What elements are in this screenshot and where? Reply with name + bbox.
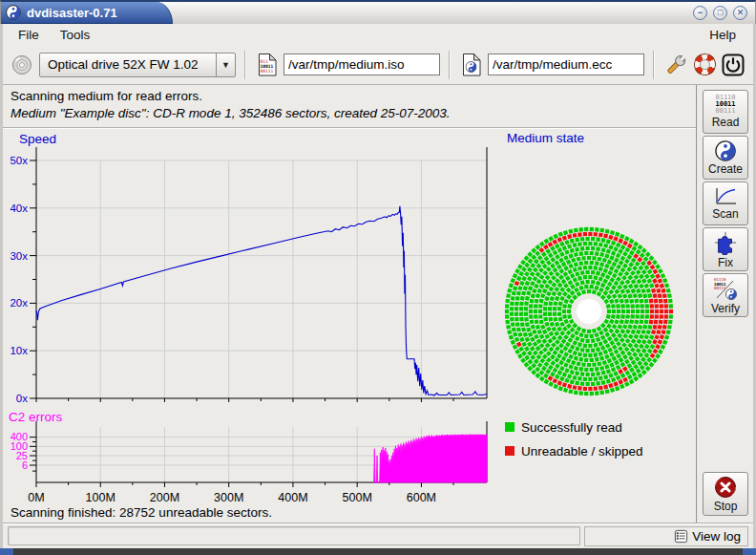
title-bar: dvdisaster-0.71 − □ ✕ bbox=[0, 0, 756, 24]
menu-file[interactable]: File bbox=[12, 27, 45, 43]
read-button-label: Read bbox=[712, 116, 740, 129]
svg-text:400M: 400M bbox=[278, 491, 307, 504]
status-heading-line1: Scanning medium for read errors. bbox=[10, 88, 696, 105]
help-lifebuoy-icon[interactable] bbox=[692, 52, 717, 78]
menu-bar: File Tools Help bbox=[3, 24, 753, 45]
status-heading-line2: Medium "Example disc": CD-R mode 1, 3524… bbox=[10, 105, 696, 122]
stop-button-label: Stop bbox=[714, 500, 738, 513]
binary-icon: 01110 10011 00111 bbox=[715, 95, 735, 115]
verify-button-label: Verify bbox=[711, 302, 740, 315]
statusbar-left-frame bbox=[8, 526, 580, 545]
legend-label-read: Successfully read bbox=[521, 420, 622, 435]
svg-text:300M: 300M bbox=[214, 491, 243, 504]
drive-selector[interactable]: Optical drive 52X FW 1.02 ▼ bbox=[39, 53, 236, 77]
svg-text:500M: 500M bbox=[343, 491, 372, 504]
medium-state-title: Medium state bbox=[507, 131, 584, 145]
quit-power-icon[interactable] bbox=[721, 52, 746, 78]
svg-text:0M: 0M bbox=[28, 491, 44, 504]
app-yinyang-icon bbox=[6, 5, 21, 20]
action-sidebar: 01110 10011 00111 Read Create Scan bbox=[696, 85, 753, 523]
menu-tools[interactable]: Tools bbox=[54, 27, 96, 43]
toolbar-separator bbox=[449, 51, 451, 79]
drive-selector-value: Optical drive 52X FW 1.02 bbox=[40, 57, 216, 72]
maximize-button[interactable]: □ bbox=[713, 6, 727, 20]
svg-text:C2 errors: C2 errors bbox=[9, 410, 63, 424]
title-tab[interactable]: dvdisaster-0.71 bbox=[1, 2, 173, 24]
svg-text:50x: 50x bbox=[10, 155, 28, 166]
status-heading: Scanning medium for read errors. Medium … bbox=[3, 85, 696, 128]
scan-result-status: Scanning finished: 28752 unreadable sect… bbox=[3, 504, 696, 523]
iso-file-icon: 011 10011 00111 bbox=[255, 52, 280, 78]
svg-text:40x: 40x bbox=[10, 203, 28, 214]
yinyang-icon bbox=[715, 140, 736, 161]
stop-button[interactable]: Stop bbox=[703, 472, 748, 516]
green-swatch bbox=[505, 422, 514, 432]
svg-text:100M: 100M bbox=[86, 491, 116, 504]
puzzle-piece-icon bbox=[713, 230, 738, 255]
window-title: dvdisaster-0.71 bbox=[27, 6, 117, 20]
menu-help[interactable]: Help bbox=[704, 27, 742, 43]
create-button[interactable]: Create bbox=[703, 136, 748, 180]
legend-label-unreadable: Unreadable / skipped bbox=[521, 444, 643, 459]
view-log-label: View log bbox=[692, 529, 741, 544]
svg-text:20x: 20x bbox=[10, 297, 28, 309]
toolbar: Optical drive 52X FW 1.02 ▼ 011 10011 00… bbox=[3, 45, 753, 85]
legend-row-read: Successfully read bbox=[505, 419, 643, 435]
fix-button[interactable]: Fix bbox=[703, 227, 748, 271]
chevron-down-icon: ▼ bbox=[216, 53, 235, 76]
ecc-path-input[interactable] bbox=[488, 53, 644, 75]
red-swatch bbox=[505, 446, 514, 456]
verify-icon: 01110 10011 00111 bbox=[713, 276, 738, 301]
svg-text:200M: 200M bbox=[150, 491, 179, 504]
app-window: dvdisaster-0.71 − □ ✕ File Tools Help bbox=[0, 0, 756, 555]
read-button[interactable]: 01110 10011 00111 Read bbox=[703, 90, 748, 134]
preferences-wrench-icon[interactable] bbox=[663, 52, 688, 78]
medium-state-disc bbox=[494, 216, 684, 407]
speed-and-c2-charts: 0x10x20x30x40x50x0M100M200M300M400M500M6… bbox=[3, 128, 499, 504]
svg-text:0x: 0x bbox=[16, 393, 28, 404]
log-icon bbox=[674, 529, 688, 544]
status-bar: View log bbox=[3, 523, 753, 548]
window-bottom-border bbox=[0, 548, 756, 555]
svg-text:30x: 30x bbox=[10, 250, 28, 262]
fix-button-label: Fix bbox=[718, 256, 733, 269]
minimize-button[interactable]: − bbox=[693, 6, 707, 20]
svg-text:10x: 10x bbox=[10, 345, 28, 356]
scan-curve-icon bbox=[713, 186, 738, 206]
stop-icon bbox=[714, 476, 737, 499]
toolbar-separator bbox=[244, 51, 246, 79]
main-area: Scanning medium for read errors. Medium … bbox=[3, 85, 753, 523]
svg-text:600M: 600M bbox=[407, 491, 436, 504]
charts-area: 0x10x20x30x40x50x0M100M200M300M400M500M6… bbox=[3, 128, 696, 504]
iso-path-input[interactable] bbox=[284, 53, 440, 75]
cd-disc-icon bbox=[11, 54, 32, 75]
svg-text:00111: 00111 bbox=[260, 69, 273, 74]
verify-button[interactable]: 01110 10011 00111 Verify bbox=[703, 273, 748, 317]
create-button-label: Create bbox=[708, 162, 743, 176]
toolbar-separator bbox=[653, 51, 655, 79]
view-log-button[interactable]: View log bbox=[584, 526, 748, 546]
scan-button[interactable]: Scan bbox=[703, 181, 748, 225]
close-button[interactable]: ✕ bbox=[733, 6, 747, 20]
scan-button-label: Scan bbox=[712, 207, 738, 221]
svg-text:6: 6 bbox=[22, 459, 28, 471]
ecc-file-icon bbox=[459, 52, 484, 78]
drive-select-button[interactable] bbox=[9, 52, 35, 78]
medium-state-legend: Successfully read Unreadable / skipped bbox=[505, 419, 643, 467]
legend-row-unreadable: Unreadable / skipped bbox=[505, 443, 643, 459]
svg-text:Speed: Speed bbox=[19, 132, 56, 146]
